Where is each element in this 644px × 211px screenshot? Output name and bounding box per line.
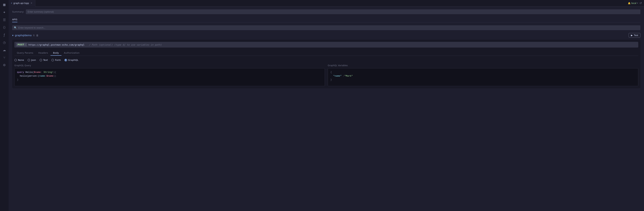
collection-row: ▾ graphqldemo ⎘ 🗑 ▶ Test (12, 33, 640, 38)
activity-icon-settings[interactable]: ⚙ (1, 62, 8, 68)
activity-bar: ⊞ ✦ ☰ ⟨⟩ ƒ ◷ ☁ ⑂ ⚙ (0, 0, 8, 211)
summary-label: Summary: (12, 11, 24, 13)
body-type-form-label: Form (55, 59, 61, 61)
radio-none (14, 59, 17, 61)
method-label: POST (18, 43, 24, 46)
body-type-text[interactable]: Text (40, 59, 48, 61)
url-path-optional[interactable]: / Path (optional) (type ${ to use variab… (89, 43, 162, 46)
collection-left: ▾ graphqldemo ⎘ 🗑 (12, 34, 38, 37)
editor-area: Summary: APIS 🔍 ▾ graphqldemo ⎘ 🗑 ▶ Test (8, 7, 644, 211)
file-tab-graph-api[interactable]: ⚡ graph.api.tspp ✕ (8, 0, 35, 7)
graphql-vars-line-3: } (330, 78, 636, 82)
method-chevron-icon: ▾ (25, 44, 26, 46)
test-button-label: Test (634, 34, 638, 37)
main-content: ⚡ graph.api.tspp ✕ 🔔 local ▾ ↺ Summary: … (8, 0, 644, 211)
radio-text (40, 59, 42, 61)
graphql-panels: GraphQL Query query Hello($name: String!… (14, 64, 638, 86)
search-input[interactable] (18, 26, 638, 29)
tab-file-icon: ⚡ (11, 2, 12, 5)
graphql-query-panel: GraphQL Query query Hello($name: String!… (14, 64, 325, 86)
activity-icon-history[interactable]: ◷ (1, 39, 8, 46)
req-tab-query-params[interactable]: Query Params (14, 50, 36, 56)
tab-bar: ⚡ graph.api.tspp ✕ 🔔 local ▾ ↺ (8, 0, 644, 7)
graphql-query-line-3: } (17, 78, 322, 82)
req-tab-headers[interactable]: Headers (36, 50, 50, 56)
req-tab-body[interactable]: Body (50, 50, 62, 56)
graphql-query-line-1: query Hello($name: String!){ (17, 71, 322, 74)
graphql-variables-panel: GraphQL Variables { "name" :"Mark" } (328, 64, 638, 86)
activity-icon-function[interactable]: ƒ (1, 32, 8, 38)
status-local[interactable]: 🔔 local ▾ (628, 2, 638, 5)
summary-input[interactable] (26, 9, 640, 14)
request-tabs: Query Params Headers Body Authorization (14, 50, 638, 56)
summary-bar: Summary: (12, 9, 640, 14)
collection-chevron-icon[interactable]: ▾ (12, 34, 14, 37)
collection-delete-icon[interactable]: 🗑 (36, 34, 38, 37)
activity-icon-git[interactable]: ⑂ (1, 54, 8, 61)
test-button[interactable]: ▶ Test (628, 33, 640, 38)
activity-icon-cloud[interactable]: ☁ (1, 47, 8, 53)
status-bell-icon: 🔔 (628, 2, 630, 5)
tab-nav-apis[interactable]: APIS (12, 17, 18, 22)
request-card: POST ▾ https://graphql.postman-echo.com/… (12, 40, 640, 88)
body-type-json-label: Json (31, 59, 36, 61)
url-base[interactable]: https://graphql.postman-echo.com/graphql (28, 43, 84, 46)
graphql-vars-line-2: "name" :"Mark" (330, 74, 636, 78)
tab-close-button[interactable]: ✕ (30, 2, 33, 5)
graphql-vars-line-1: { (330, 71, 636, 74)
activity-icon-collections[interactable]: ☰ (1, 17, 8, 23)
test-play-icon: ▶ (631, 34, 633, 37)
collection-name[interactable]: graphqldemo (15, 34, 32, 37)
refresh-button[interactable]: ↺ (640, 2, 642, 5)
activity-icon-code[interactable]: ⟨⟩ (1, 24, 8, 31)
graphql-query-line-2: hello(person:(name:$name)) (17, 74, 322, 78)
body-type-form[interactable]: Form (52, 59, 61, 61)
radio-form (52, 59, 54, 61)
req-tab-authorization[interactable]: Authorization (62, 50, 82, 56)
search-bar: 🔍 (12, 25, 640, 30)
body-type-graphql[interactable]: GraphQL (64, 59, 78, 61)
search-icon: 🔍 (14, 26, 17, 29)
tab-bar-right: 🔔 local ▾ ↺ (628, 2, 644, 5)
collection-copy-icon[interactable]: ⎘ (33, 34, 34, 37)
body-type-selector: None Json Text Form GraphQL (14, 59, 638, 61)
body-type-graphql-label: GraphQL (68, 59, 78, 61)
activity-icon-explore[interactable]: ✦ (1, 9, 8, 16)
graphql-variables-editor[interactable]: { "name" :"Mark" } (328, 68, 638, 86)
body-type-none[interactable]: None (14, 59, 24, 61)
url-bar: POST ▾ https://graphql.postman-echo.com/… (14, 42, 638, 48)
method-select[interactable]: POST ▾ (16, 43, 27, 47)
graphql-variables-title: GraphQL Variables (328, 64, 638, 67)
radio-json (28, 59, 30, 61)
graphql-query-editor[interactable]: query Hello($name: String!){ hello(perso… (14, 68, 325, 86)
status-chevron-icon: ▾ (637, 2, 638, 4)
status-label: local (631, 2, 636, 5)
activity-icon-home[interactable]: ⊞ (1, 2, 8, 8)
body-type-text-label: Text (43, 59, 48, 61)
radio-graphql (64, 59, 67, 61)
body-type-json[interactable]: Json (28, 59, 36, 61)
graphql-query-title: GraphQL Query (14, 64, 325, 67)
tab-label: graph.api.tspp (13, 2, 29, 5)
body-type-none-label: None (18, 59, 24, 61)
editor-tab-nav: APIS (12, 17, 640, 23)
